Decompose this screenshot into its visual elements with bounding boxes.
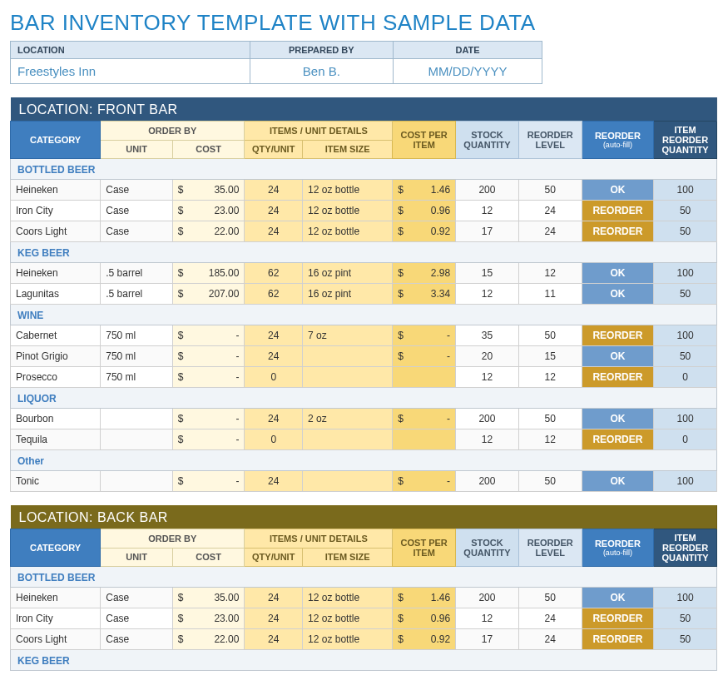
cell-stock[interactable]: 12 xyxy=(456,201,519,221)
cell-item-size[interactable]: 12 oz bottle xyxy=(303,180,393,201)
cell-item-size[interactable]: 7 oz xyxy=(303,325,393,346)
cell-item-size[interactable] xyxy=(303,367,393,388)
cell-name[interactable]: Pinot Grigio xyxy=(11,346,101,367)
cell-stock[interactable]: 200 xyxy=(456,180,519,201)
cell-stock[interactable]: 17 xyxy=(456,221,519,242)
meta-value-prepared-by[interactable]: Ben B. xyxy=(250,59,394,84)
cell-name[interactable]: Tonic xyxy=(11,471,101,492)
cell-reorder-qty[interactable]: 100 xyxy=(654,263,717,284)
cell-reorder-level[interactable]: 24 xyxy=(518,608,582,629)
cell-unit[interactable]: Case xyxy=(101,180,173,201)
cell-qty-unit[interactable]: 24 xyxy=(245,608,303,629)
cell-qty-unit[interactable]: 24 xyxy=(245,201,303,221)
cell-reorder-level[interactable]: 24 xyxy=(518,221,582,242)
cell-item-size[interactable] xyxy=(303,471,393,492)
cell-qty-unit[interactable]: 24 xyxy=(245,409,303,429)
cell-stock[interactable]: 200 xyxy=(456,588,519,608)
cell-stock[interactable]: 17 xyxy=(456,629,519,650)
cell-unit[interactable] xyxy=(101,429,173,450)
cell-stock[interactable]: 12 xyxy=(456,429,519,450)
cell-name[interactable]: Iron City xyxy=(11,608,101,629)
cell-name[interactable]: Heineken xyxy=(11,588,101,608)
cell-name[interactable]: Iron City xyxy=(11,201,101,221)
cell-name[interactable]: Lagunitas xyxy=(11,284,101,305)
cell-reorder-qty[interactable]: 100 xyxy=(654,180,717,201)
cell-reorder-level[interactable]: 50 xyxy=(518,588,582,608)
cell-reorder-level[interactable]: 15 xyxy=(518,346,582,367)
cell-qty-unit[interactable]: 0 xyxy=(245,429,303,450)
cell-qty-unit[interactable]: 24 xyxy=(245,325,303,346)
cell-item-size[interactable] xyxy=(303,346,393,367)
cell-item-size[interactable]: 12 oz bottle xyxy=(303,588,393,608)
cell-unit[interactable]: .5 barrel xyxy=(101,284,173,305)
cell-stock[interactable]: 200 xyxy=(456,409,519,429)
cell-qty-unit[interactable]: 24 xyxy=(245,346,303,367)
cell-reorder-level[interactable]: 50 xyxy=(518,325,582,346)
cell-unit[interactable] xyxy=(101,409,173,429)
cell-reorder-qty[interactable]: 100 xyxy=(654,588,717,608)
cell-name[interactable]: Bourbon xyxy=(11,409,101,429)
cell-reorder-level[interactable]: 11 xyxy=(518,284,582,305)
cell-qty-unit[interactable]: 0 xyxy=(245,367,303,388)
cell-unit[interactable]: 750 ml xyxy=(101,367,173,388)
cell-unit[interactable]: 750 ml xyxy=(101,325,173,346)
cell-reorder-qty[interactable]: 50 xyxy=(654,284,717,305)
cell-reorder-qty[interactable]: 0 xyxy=(654,429,717,450)
cell-qty-unit[interactable]: 24 xyxy=(245,180,303,201)
cell-reorder-qty[interactable]: 50 xyxy=(654,629,717,650)
cell-reorder-qty[interactable]: 100 xyxy=(654,471,717,492)
cell-stock[interactable]: 15 xyxy=(456,263,519,284)
cell-item-size[interactable]: 2 oz xyxy=(303,409,393,429)
cell-reorder-qty[interactable]: 100 xyxy=(654,409,717,429)
cell-item-size[interactable]: 12 oz bottle xyxy=(303,608,393,629)
cell-item-size[interactable]: 16 oz pint xyxy=(303,284,393,305)
cell-unit[interactable]: 750 ml xyxy=(101,346,173,367)
cell-qty-unit[interactable]: 24 xyxy=(245,471,303,492)
cell-stock[interactable]: 12 xyxy=(456,284,519,305)
cell-reorder-qty[interactable]: 50 xyxy=(654,221,717,242)
cell-reorder-level[interactable]: 12 xyxy=(518,263,582,284)
cell-stock[interactable]: 12 xyxy=(456,367,519,388)
cell-reorder-level[interactable]: 50 xyxy=(518,409,582,429)
cell-stock[interactable]: 35 xyxy=(456,325,519,346)
cell-stock[interactable]: 200 xyxy=(456,471,519,492)
cell-item-size[interactable] xyxy=(303,429,393,450)
cell-reorder-level[interactable]: 50 xyxy=(518,471,582,492)
cell-unit[interactable]: Case xyxy=(101,221,173,242)
cell-qty-unit[interactable]: 24 xyxy=(245,588,303,608)
cell-unit[interactable] xyxy=(101,471,173,492)
cell-qty-unit[interactable]: 62 xyxy=(245,284,303,305)
cell-qty-unit[interactable]: 62 xyxy=(245,263,303,284)
cell-reorder-qty[interactable]: 0 xyxy=(654,367,717,388)
cell-name[interactable]: Coors Light xyxy=(11,629,101,650)
cell-reorder-level[interactable]: 24 xyxy=(518,201,582,221)
cell-reorder-qty[interactable]: 50 xyxy=(654,201,717,221)
cell-reorder-level[interactable]: 24 xyxy=(518,629,582,650)
cell-name[interactable]: Coors Light xyxy=(11,221,101,242)
cell-item-size[interactable]: 16 oz pint xyxy=(303,263,393,284)
cell-item-size[interactable]: 12 oz bottle xyxy=(303,629,393,650)
cell-name[interactable]: Heineken xyxy=(11,263,101,284)
cell-reorder-qty[interactable]: 100 xyxy=(654,325,717,346)
cell-unit[interactable]: Case xyxy=(101,588,173,608)
cell-reorder-level[interactable]: 50 xyxy=(518,180,582,201)
cell-stock[interactable]: 20 xyxy=(456,346,519,367)
meta-value-date[interactable]: MM/DD/YYYY xyxy=(394,59,542,84)
cell-name[interactable]: Prosecco xyxy=(11,367,101,388)
cell-name[interactable]: Tequila xyxy=(11,429,101,450)
cell-unit[interactable]: Case xyxy=(101,201,173,221)
meta-value-location[interactable]: Freestyles Inn xyxy=(11,59,250,84)
cell-reorder-qty[interactable]: 50 xyxy=(654,608,717,629)
cell-reorder-level[interactable]: 12 xyxy=(518,367,582,388)
cell-item-size[interactable]: 12 oz bottle xyxy=(303,221,393,242)
cell-name[interactable]: Cabernet xyxy=(11,325,101,346)
cell-unit[interactable]: .5 barrel xyxy=(101,263,173,284)
cell-unit[interactable]: Case xyxy=(101,608,173,629)
cell-reorder-level[interactable]: 12 xyxy=(518,429,582,450)
cell-name[interactable]: Heineken xyxy=(11,180,101,201)
cell-qty-unit[interactable]: 24 xyxy=(245,629,303,650)
cell-qty-unit[interactable]: 24 xyxy=(245,221,303,242)
cell-item-size[interactable]: 12 oz bottle xyxy=(303,201,393,221)
cell-unit[interactable]: Case xyxy=(101,629,173,650)
cell-reorder-qty[interactable]: 50 xyxy=(654,346,717,367)
